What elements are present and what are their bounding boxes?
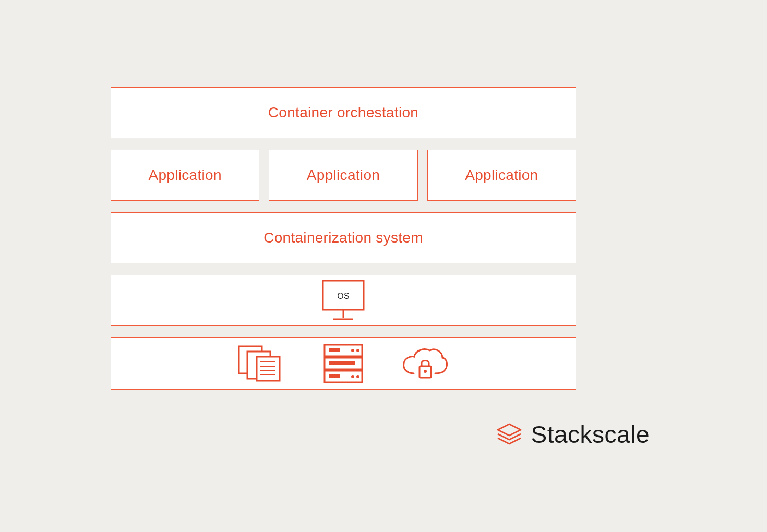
application-box: Application	[427, 150, 576, 201]
application-label: Application	[465, 167, 538, 184]
svg-rect-17	[329, 374, 340, 378]
svg-rect-13	[329, 348, 340, 352]
svg-point-15	[356, 349, 359, 352]
application-box: Application	[111, 150, 259, 201]
layer-infrastructure	[111, 337, 576, 390]
svg-point-19	[356, 375, 359, 378]
rack-icon	[322, 343, 364, 384]
application-label: Application	[307, 167, 380, 184]
svg-point-14	[351, 349, 354, 352]
layer-applications: Application Application Application	[111, 150, 576, 201]
layer-os: OS	[111, 275, 576, 326]
cloud-lock-icon	[401, 346, 449, 381]
monitor-icon: OS	[322, 280, 365, 321]
layer-containerization-label: Containerization system	[263, 229, 423, 246]
diagram-stack: Container orchestation Application Appli…	[111, 87, 576, 390]
application-box: Application	[269, 150, 417, 201]
svg-rect-5	[257, 357, 280, 381]
stackscale-logo-icon	[496, 423, 523, 446]
brand-logo: Stackscale	[496, 420, 650, 449]
servers-icon	[238, 345, 286, 382]
application-label: Application	[149, 167, 222, 184]
brand-name: Stackscale	[531, 420, 650, 449]
os-label: OS	[337, 292, 350, 300]
layer-containerization: Containerization system	[111, 212, 576, 263]
svg-rect-16	[329, 361, 355, 365]
svg-point-21	[424, 370, 427, 373]
svg-point-18	[351, 375, 354, 378]
layer-orchestration-label: Container orchestation	[268, 104, 418, 121]
layer-orchestration: Container orchestation	[111, 87, 576, 138]
